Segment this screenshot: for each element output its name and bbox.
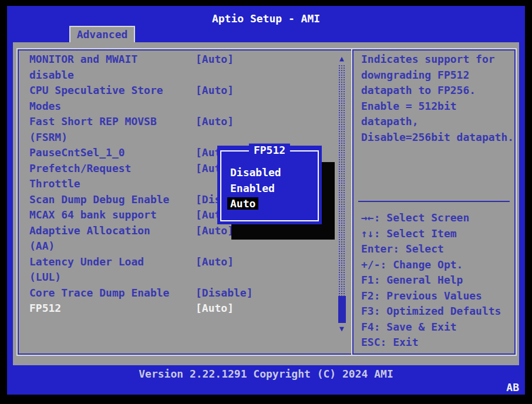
popup-title: FP512 (249, 144, 290, 156)
hotkey-line: F1: General Help (361, 272, 512, 288)
help-text-line: Enable = 512bit (361, 99, 512, 115)
setting-row[interactable]: Modes (29, 99, 325, 115)
setting-label: Scan Dump Debug Enable (29, 193, 169, 206)
scroll-up-icon[interactable]: ▲ (337, 54, 346, 63)
hotkey-line: ESC: Exit (361, 335, 512, 351)
hotkey-line: F2: Previous Values (361, 288, 512, 304)
popup-option[interactable]: Enabled (230, 181, 319, 197)
footer-bar: Version 2.22.1291 Copyright (C) 2024 AMI… (7, 365, 525, 395)
setting-row[interactable]: (FSRM) (29, 130, 325, 146)
setting-row[interactable]: (LUL) (29, 270, 325, 285)
tab-label: Advanced (77, 28, 128, 41)
setting-row[interactable]: CPU Speculative Store[Auto] (29, 83, 325, 99)
setting-label: CPU Speculative Store (29, 84, 163, 96)
setting-label: Fast Short REP MOVSB (29, 115, 157, 127)
setting-label: Throttle (29, 177, 80, 190)
hotkey-line: ↑↓: Select Item (361, 226, 512, 242)
help-text: Indicates support fordowngrading FP512da… (361, 52, 512, 145)
corner-code: AB (506, 381, 519, 395)
setting-label: (LUL) (29, 271, 61, 283)
setting-row[interactable]: Latency Under Load[Auto] (29, 254, 325, 270)
help-separator (358, 201, 510, 202)
help-text-line: datapath, (361, 114, 512, 130)
setting-value: [Disable] (196, 285, 253, 301)
setting-row[interactable]: FP512[Auto] (29, 301, 325, 317)
setting-label: MONITOR and MWAIT (29, 53, 137, 65)
help-text-line: Indicates support for (361, 52, 512, 68)
help-text-line: datapath to FP256. (361, 83, 512, 99)
setting-label: disable (29, 69, 74, 81)
hotkey-line: F4: Save & Exit (361, 319, 512, 335)
popup-option[interactable]: Disabled (230, 165, 319, 181)
popup-option[interactable]: Auto (230, 196, 319, 212)
popup-options: DisabledEnabledAuto (230, 165, 319, 212)
hotkey-line: Enter: Select (361, 241, 512, 257)
setting-label: Core Trace Dump Enable (29, 287, 169, 299)
setting-value: [Auto] (196, 301, 234, 317)
setting-value: [Auto] (196, 223, 234, 239)
setting-label: PauseCntSel_1_0 (29, 146, 125, 159)
scroll-down-icon[interactable]: ▼ (337, 324, 346, 334)
scrollbar-thumb[interactable] (338, 296, 346, 323)
setting-value: [Auto] (196, 83, 234, 99)
setting-row[interactable]: disable (29, 68, 325, 83)
setting-value: [Auto] (196, 254, 234, 270)
help-text-line: downgrading FP512 (361, 68, 512, 83)
version-text: Version 2.22.1291 Copyright (C) 2024 AMI (7, 366, 525, 382)
hotkey-line: +/-: Change Opt. (361, 257, 512, 273)
setting-label: MCAX 64 bank support (29, 208, 157, 221)
setting-label: (FSRM) (29, 131, 68, 143)
setting-row[interactable]: MONITOR and MWAIT[Auto] (29, 52, 325, 68)
help-panel: Indicates support fordowngrading FP512da… (352, 49, 516, 355)
setting-row[interactable]: Core Trace Dump Enable[Disable] (29, 285, 325, 301)
scrollbar[interactable]: ▲ ▼ (337, 54, 346, 332)
hotkey-line: →←: Select Screen (361, 210, 512, 226)
bios-screen: Aptio Setup - AMI Advanced MONITOR and M… (0, 0, 532, 404)
setting-label: Prefetch/Request (29, 162, 131, 174)
setting-value: [Auto] (196, 52, 234, 68)
setting-label: Adaptive Allocation (29, 224, 150, 237)
fp512-option-popup: FP512 DisabledEnabledAuto (217, 146, 322, 224)
window-title: Aptio Setup - AMI (7, 11, 525, 26)
hotkey-legend: →←: Select Screen↑↓: Select ItemEnter: S… (361, 210, 512, 351)
tab-advanced[interactable]: Advanced (69, 26, 135, 42)
setting-label: FP512 (29, 302, 61, 314)
hotkey-line: F3: Optimized Defaults (361, 304, 512, 319)
setting-label: (AA) (29, 240, 55, 252)
setting-label: Modes (29, 100, 61, 112)
setting-value: [Auto] (196, 114, 234, 130)
help-text-line: Disable=256bit datapath. (361, 130, 512, 146)
scrollbar-track[interactable] (338, 65, 345, 307)
setting-row[interactable]: (AA) (29, 238, 325, 254)
popup-option-selected: Auto (227, 197, 258, 210)
setting-row[interactable]: Fast Short REP MOVSB[Auto] (29, 114, 325, 130)
setting-label: Latency Under Load (29, 255, 144, 268)
